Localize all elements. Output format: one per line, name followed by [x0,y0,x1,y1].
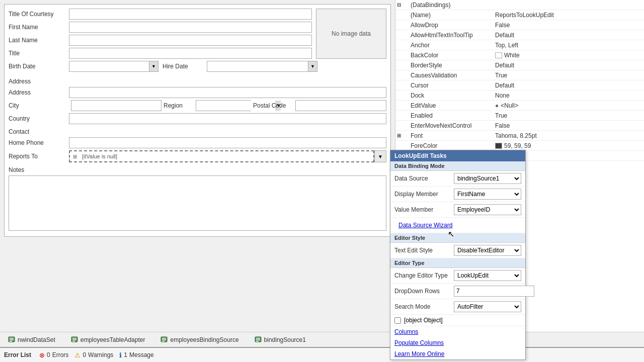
city-input[interactable] [71,100,162,111]
prop-backcolor[interactable]: BackColor White [395,50,644,60]
message-count: 1 [124,351,127,358]
warnings-item[interactable]: ⚠ 0 Warnings [74,351,113,359]
title-label: Title [9,50,69,57]
text-edit-style-select[interactable]: DisableTextEditor [454,245,521,255]
display-member-row: Display Member FirstName [390,187,525,202]
address-section-label: Address [9,78,386,85]
taskbar-binding-source[interactable]: bindingSource1 [251,334,309,345]
warning-count: 0 [83,351,86,358]
text-edit-style-row: Text Edit Style DisableTextEditor [390,243,525,258]
hire-date-input[interactable]: ▼ [207,61,317,72]
home-phone-input[interactable] [69,137,386,148]
prop-cursor[interactable]: Cursor Default [395,80,644,90]
employees-adapter-label: employeesTableAdapter [80,336,145,343]
error-bar: Error List ⊗ 0 Errors ⚠ 0 Warnings ℹ 1 M… [0,347,644,362]
prop-allowhtml[interactable]: AllowHtmlTextInToolTip Default [395,30,644,40]
prop-anchor[interactable]: Anchor Top, Left [395,40,644,50]
message-icon: ℹ [119,351,122,359]
address-label: Address [9,89,69,96]
data-source-label: Data Source [394,175,450,182]
image-placeholder: No image data [316,9,386,59]
display-member-select[interactable]: FirstName [454,189,521,199]
show-bindings-checkbox[interactable] [394,317,401,324]
employees-binding-icon [160,336,168,344]
editvalue-dot: ● [495,102,499,109]
errors-item[interactable]: ⊗ 0 Errors [39,351,68,359]
prop-name-label: (Name) [403,11,493,20]
reports-to-input[interactable] [80,151,373,161]
dropdown-rows-label: DropDown Rows [394,288,450,295]
contact-section: Contact Home Phone Reports To ⊞ ▼ [9,128,386,162]
prop-name[interactable]: (Name) ReportsToLookUpEdit [395,10,644,20]
learn-more-link[interactable]: Learn More Online [390,348,525,359]
svg-rect-6 [72,339,76,340]
reports-to-drag-handle[interactable]: ⊞ [70,151,80,161]
dropdown-rows-row: DropDown Rows [390,284,525,299]
change-editor-type-select[interactable]: LookUpEdit [454,270,521,281]
data-source-select-wrapper: bindingSource1 [454,173,521,184]
error-items: ⊗ 0 Errors ⚠ 0 Warnings ℹ 1 Message [39,351,154,359]
birth-date-dropdown[interactable]: ▼ [149,61,158,71]
postal-code-input[interactable] [295,100,386,111]
prop-dock[interactable]: Dock None [395,90,644,101]
title-input[interactable] [69,48,312,59]
birth-date-field[interactable] [69,61,149,71]
prop-entermove[interactable]: EnterMoveNextControl False [395,121,644,131]
columns-link[interactable]: Columns [390,326,525,337]
notes-textarea[interactable] [9,175,386,231]
search-mode-select-wrapper: AutoFilter [454,301,521,312]
tasks-header: LookUpEdit Tasks [390,150,525,161]
svg-rect-13 [256,338,260,339]
region-select-wrapper: ▼ [196,100,251,111]
error-list-title[interactable]: Error List [4,351,31,358]
reports-to-expand-btn[interactable]: ▼ [374,150,386,162]
messages-item[interactable]: ℹ 1 Message [119,351,153,359]
title-of-courtesy-input[interactable] [69,9,312,20]
address-section: Address Address City Region ▼ [9,78,386,124]
hire-date-field[interactable] [207,61,308,71]
notes-section-label: Notes [9,166,386,173]
first-name-input[interactable] [69,22,312,33]
country-input[interactable] [69,113,386,124]
prop-forecolor[interactable]: ForeColor 59, 59, 59 [395,141,644,151]
city-label: City [9,102,69,109]
expand-databindings[interactable]: ⊟ [395,2,403,8]
prop-font-label: Font [403,131,493,140]
last-name-input[interactable] [69,35,312,46]
data-source-select[interactable]: bindingSource1 [454,173,521,184]
prop-allowdrop[interactable]: AllowDrop False [395,20,644,30]
svg-rect-2 [10,339,14,340]
editor-type-title: Editor Type [390,258,525,268]
prop-causesvalidation[interactable]: CausesValidation True [395,70,644,80]
editor-style-title: Editor Style [390,233,525,243]
hire-date-dropdown[interactable]: ▼ [308,61,317,71]
dates-row: Birth Date ▼ Hire Date ▼ [9,61,312,72]
prop-font[interactable]: ⊞ Font Tahoma, 8.25pt [395,131,644,141]
birth-date-input[interactable]: ▼ [69,61,158,72]
forecolor-swatch [495,143,502,149]
address-input[interactable] [69,87,386,98]
dropdown-rows-input[interactable] [454,286,534,297]
svg-rect-10 [162,339,166,340]
binding-source-icon [254,336,262,344]
city-row: City Region ▼ Postal Code [9,100,386,111]
search-mode-select[interactable]: AutoFilter [454,302,521,312]
taskbar-employees-adapter[interactable]: employeesTableAdapter [67,334,149,345]
birth-date-label: Birth Date [9,63,69,70]
svg-rect-14 [256,339,260,340]
prop-editvalue[interactable]: EditValue ●<Null> [395,101,644,111]
svg-rect-1 [10,338,14,339]
taskbar-employees-binding[interactable]: employeesBindingSource [156,334,242,345]
nwind-label: nwindDataSet [18,336,55,343]
data-source-wizard-link[interactable]: Data Source Wizard [394,220,521,231]
binding-source-label: bindingSource1 [264,336,306,343]
populate-columns-link[interactable]: Populate Columns [390,337,525,348]
properties-tree: ⊟ (DataBindings) (Name) ReportsToLookUpE… [395,0,644,161]
prop-enabled[interactable]: Enabled True [395,111,644,121]
prop-databindings[interactable]: ⊟ (DataBindings) [395,0,644,10]
taskbar-nwind[interactable]: nwindDataSet [4,334,59,345]
value-member-select[interactable]: EmployeeID [454,205,521,215]
svg-rect-15 [256,341,259,342]
svg-rect-5 [72,338,76,339]
prop-borderstyle[interactable]: BorderStyle Default [395,60,644,70]
